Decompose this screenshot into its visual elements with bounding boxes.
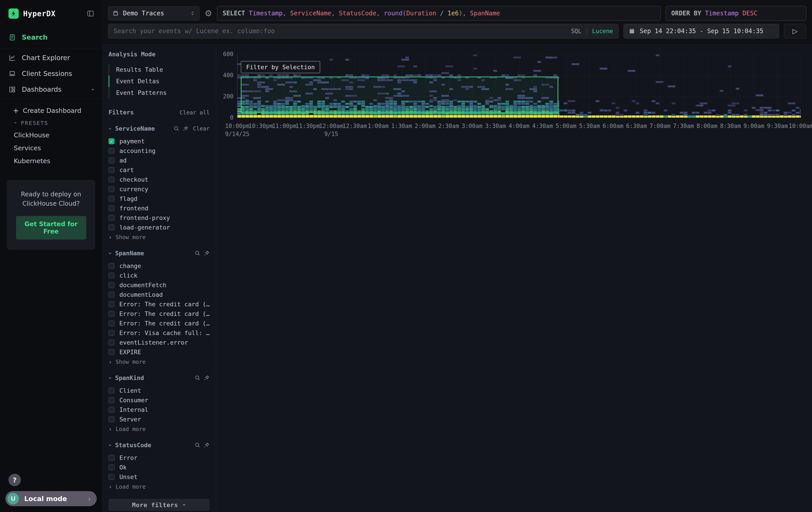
source-selector[interactable]: Demo Traces	[108, 6, 200, 21]
checkbox[interactable]	[109, 148, 115, 154]
sidebar-item-services[interactable]: Services	[0, 141, 102, 155]
filter-option[interactable]: ✓payment	[109, 136, 210, 146]
checkbox[interactable]	[109, 224, 115, 231]
clear-all-filters-button[interactable]: Clear all	[180, 109, 210, 116]
filter-option[interactable]: flagd	[109, 194, 210, 204]
checkbox[interactable]	[109, 330, 115, 336]
checkbox[interactable]	[109, 397, 115, 403]
show-more-button[interactable]: ›Show more	[109, 234, 210, 240]
filter-option[interactable]: Error: The credit card (…	[109, 299, 210, 309]
create-dashboard-button[interactable]: + Create Dashboard	[0, 104, 102, 117]
mode-lucene[interactable]: Lucene	[592, 28, 613, 34]
filter-option[interactable]: click	[109, 271, 210, 280]
sidebar-collapse-icon[interactable]	[86, 9, 94, 18]
tab-results-table[interactable]: Results Table	[109, 64, 210, 76]
filter-option[interactable]: change	[109, 261, 210, 271]
checkbox[interactable]	[109, 205, 115, 211]
filter-option[interactable]: Error: The credit card (…	[109, 309, 210, 319]
pin-icon[interactable]	[204, 442, 210, 448]
chevron-up-icon[interactable]: ›	[90, 88, 95, 90]
run-query-button[interactable]: ▷	[784, 24, 806, 38]
filter-by-selection-button[interactable]: Filter by Selection	[241, 61, 320, 73]
checkbox[interactable]	[109, 272, 115, 278]
checkbox[interactable]	[109, 387, 115, 394]
filter-option[interactable]: Error: The credit card (…	[109, 319, 210, 328]
filter-option[interactable]: Error: Visa cache full: …	[109, 328, 210, 338]
checkbox[interactable]	[109, 186, 115, 192]
filter-option[interactable]: documentFetch	[109, 280, 210, 290]
checkbox[interactable]	[109, 349, 115, 355]
chevron-down-icon[interactable]: ›	[107, 443, 113, 447]
checkbox[interactable]	[109, 455, 115, 461]
presets-toggle[interactable]: › PRESETS	[0, 117, 102, 129]
pin-icon[interactable]	[204, 250, 210, 256]
sidebar-item-search[interactable]: Search	[0, 32, 102, 47]
pin-icon[interactable]	[182, 126, 188, 132]
filter-option[interactable]: load-generator	[109, 223, 210, 232]
checkbox[interactable]	[109, 340, 115, 346]
gear-icon[interactable]: ⚙	[205, 8, 212, 18]
user-menu-button[interactable]: U Local mode ›	[5, 491, 97, 506]
checkbox[interactable]: ✓	[109, 138, 115, 144]
selection-region[interactable]	[241, 77, 558, 113]
checkbox[interactable]	[109, 196, 115, 202]
select-query-input[interactable]: SELECT Timestamp, ServiceName, StatusCod…	[217, 6, 661, 21]
sidebar-item-kubernetes[interactable]: Kubernetes	[0, 155, 102, 167]
search-icon[interactable]	[195, 442, 201, 448]
filter-option[interactable]: Ok	[109, 463, 210, 472]
sidebar-item-client-sessions[interactable]: Client Sessions	[0, 66, 102, 81]
checkbox[interactable]	[109, 464, 115, 470]
checkbox[interactable]	[109, 263, 115, 269]
checkbox[interactable]	[109, 167, 115, 173]
sidebar-item-clickhouse[interactable]: ClickHouse	[0, 129, 102, 141]
sidebar-item-dashboards[interactable]: Dashboards ›	[0, 81, 102, 97]
filter-option[interactable]: EXPIRE	[109, 347, 210, 357]
checkbox[interactable]	[109, 282, 115, 288]
more-filters-button[interactable]: More filters ›	[109, 499, 210, 511]
filter-option[interactable]: currency	[109, 184, 210, 194]
search-icon[interactable]	[195, 250, 201, 256]
search-icon[interactable]	[173, 126, 179, 132]
tab-event-patterns[interactable]: Event Patterns	[109, 87, 210, 99]
checkbox[interactable]	[109, 292, 115, 298]
show-more-button[interactable]: ›Load more	[109, 426, 210, 432]
filter-option[interactable]: Consumer	[109, 395, 210, 405]
chevron-down-icon[interactable]: ›	[107, 251, 113, 255]
checkbox[interactable]	[109, 416, 115, 422]
search-icon[interactable]	[195, 375, 201, 381]
filter-option[interactable]: Client	[109, 386, 210, 395]
filter-option[interactable]: accounting	[109, 146, 210, 156]
filter-option[interactable]: Server	[109, 414, 210, 424]
show-more-button[interactable]: ›Load more	[109, 484, 210, 490]
show-more-button[interactable]: ›Show more	[109, 359, 210, 365]
filter-option[interactable]: eventListener.error	[109, 338, 210, 347]
filter-option[interactable]: Error	[109, 453, 210, 463]
chevron-down-icon[interactable]: ›	[107, 127, 113, 131]
filter-option[interactable]: Unset	[109, 472, 210, 482]
checkbox[interactable]	[109, 215, 115, 221]
search-input[interactable]	[114, 27, 568, 35]
mode-sql[interactable]: SQL	[571, 28, 581, 34]
checkbox[interactable]	[109, 157, 115, 163]
checkbox[interactable]	[109, 177, 115, 183]
checkbox[interactable]	[109, 301, 115, 307]
checkbox[interactable]	[109, 407, 115, 413]
tab-event-deltas[interactable]: Event Deltas	[109, 76, 210, 87]
get-started-button[interactable]: Get Started for Free	[16, 216, 86, 240]
filter-option[interactable]: checkout	[109, 175, 210, 184]
checkbox[interactable]	[109, 311, 115, 317]
sidebar-item-chart-explorer[interactable]: Chart Explorer	[0, 50, 102, 66]
chevron-down-icon[interactable]: ›	[107, 376, 113, 380]
pin-icon[interactable]	[204, 375, 210, 381]
filter-option[interactable]: Internal	[109, 405, 210, 414]
filter-option[interactable]: frontend	[109, 204, 210, 213]
time-range-picker[interactable]: Sep 14 22:04:35 - Sep 15 10:04:35	[624, 24, 779, 38]
order-by-input[interactable]: ORDER BY Timestamp DESC	[666, 6, 806, 21]
help-button[interactable]: ?	[8, 474, 21, 486]
filter-option[interactable]: frontend-proxy	[109, 213, 210, 223]
filter-option[interactable]: cart	[109, 165, 210, 175]
filter-option[interactable]: ad	[109, 156, 210, 165]
clear-filter-button[interactable]: Clear	[193, 125, 210, 132]
filter-option[interactable]: documentLoad	[109, 290, 210, 299]
checkbox[interactable]	[109, 320, 115, 326]
